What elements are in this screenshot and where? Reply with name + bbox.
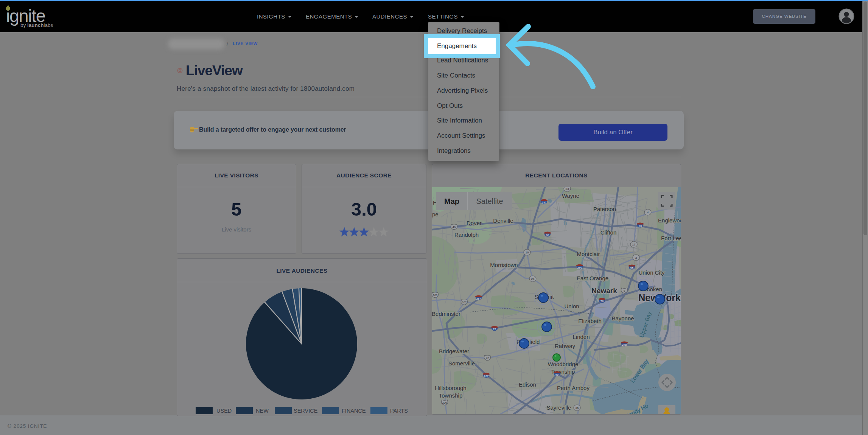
- svg-text:Morristown: Morristown: [490, 262, 518, 268]
- svg-text:287: 287: [476, 297, 481, 300]
- svg-text:4: 4: [647, 211, 649, 214]
- svg-text:Wayne: Wayne: [562, 193, 579, 199]
- svg-text:Paterson: Paterson: [593, 206, 616, 212]
- svg-text:9: 9: [624, 289, 625, 292]
- svg-text:280: 280: [577, 266, 582, 269]
- svg-text:Clifton: Clifton: [600, 229, 617, 236]
- svg-text:Linden: Linden: [572, 334, 590, 340]
- svg-text:80: 80: [639, 224, 642, 228]
- svg-text:Map: Map: [444, 197, 459, 205]
- svg-text:24: 24: [531, 277, 535, 281]
- svg-text:Hillsborough: Hillsborough: [435, 385, 466, 391]
- svg-text:Somerville: Somerville: [448, 360, 475, 367]
- svg-text:23: 23: [566, 187, 569, 191]
- svg-text:Newark: Newark: [591, 287, 617, 295]
- svg-text:287: 287: [484, 374, 489, 378]
- svg-text:287: 287: [542, 201, 547, 204]
- svg-text:Sayreville: Sayreville: [546, 404, 571, 411]
- svg-text:Bridgewater: Bridgewater: [439, 348, 469, 354]
- svg-text:Bedminster: Bedminster: [432, 311, 460, 317]
- svg-text:3: 3: [635, 256, 637, 259]
- svg-text:35: 35: [576, 406, 579, 410]
- svg-text:Englewoo: Englewoo: [658, 217, 681, 224]
- svg-text:East Orange: East Orange: [577, 275, 608, 281]
- svg-text:22: 22: [486, 356, 489, 360]
- svg-text:Fort Lee: Fort Lee: [661, 235, 681, 241]
- svg-text:Montclair: Montclair: [577, 251, 600, 257]
- svg-text:Satellite: Satellite: [476, 197, 503, 205]
- svg-text:95: 95: [555, 373, 558, 376]
- svg-text:10: 10: [526, 251, 529, 254]
- svg-text:Perth Amboy: Perth Amboy: [557, 385, 590, 391]
- svg-text:46: 46: [453, 225, 456, 229]
- svg-text:80: 80: [546, 233, 549, 237]
- svg-text:Rahway: Rahway: [555, 343, 576, 349]
- svg-text:Randolph: Randolph: [454, 231, 479, 238]
- svg-text:Edison: Edison: [519, 381, 536, 388]
- svg-text:78: 78: [493, 328, 496, 331]
- svg-text:Union City: Union City: [638, 269, 665, 276]
- svg-text:Union: Union: [564, 303, 579, 309]
- svg-text:206: 206: [433, 294, 438, 297]
- svg-text:Dover: Dover: [467, 220, 482, 226]
- svg-text:95: 95: [630, 266, 633, 270]
- svg-text:17: 17: [632, 243, 636, 246]
- svg-text:Elizabeth: Elizabeth: [578, 318, 602, 324]
- svg-text:Bayonne: Bayonne: [611, 315, 634, 322]
- svg-text:78: 78: [600, 300, 604, 303]
- svg-text:Denville: Denville: [493, 218, 513, 224]
- svg-text:278: 278: [622, 343, 627, 346]
- svg-text:202: 202: [462, 301, 467, 304]
- svg-text:pe: pe: [432, 211, 439, 218]
- svg-text:206: 206: [442, 401, 447, 404]
- svg-text:Township: Township: [439, 392, 463, 399]
